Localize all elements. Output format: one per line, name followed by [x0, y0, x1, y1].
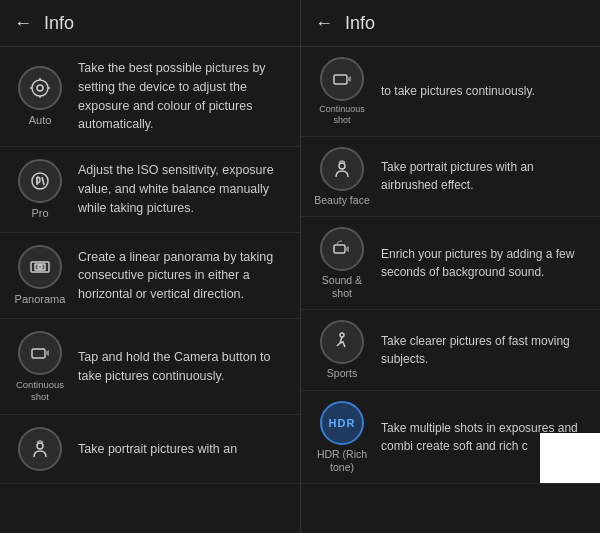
auto-icon: [18, 66, 62, 110]
list-item: Sports Take clearer pictures of fast mov…: [301, 310, 600, 391]
continuous-description: Tap and hold the Camera button to take p…: [78, 348, 286, 386]
r-sound-icon: [320, 227, 364, 271]
right-back-button[interactable]: ←: [315, 13, 333, 34]
panorama-label: Panorama: [15, 293, 66, 306]
right-items-list: Continuousshot to take pictures continuo…: [301, 47, 600, 533]
auto-icon-wrap: Auto: [14, 66, 66, 127]
svg-point-1: [37, 85, 43, 91]
hdr-text: HDR: [329, 417, 356, 429]
auto-label: Auto: [29, 114, 52, 127]
r-hdr-icon-wrap: HDR HDR (Rich tone): [313, 401, 371, 473]
pro-label: Pro: [31, 207, 48, 220]
pro-icon-wrap: Pro: [14, 159, 66, 220]
left-panel-title: Info: [44, 13, 74, 34]
pro-icon: [18, 159, 62, 203]
right-panel: ← Info Continuousshot to take pictures c…: [300, 0, 600, 533]
auto-description: Take the best possible pictures by setti…: [78, 59, 286, 134]
r-sound-description: Enrich your pictures by adding a few sec…: [381, 245, 588, 281]
r-beauty-description: Take portrait pictures with an airbrushe…: [381, 158, 588, 194]
svg-rect-12: [32, 349, 45, 358]
continuous-icon: [18, 331, 62, 375]
r-sports-description: Take clearer pictures of fast moving sub…: [381, 332, 588, 368]
panorama-icon: [18, 245, 62, 289]
svg-point-11: [38, 265, 42, 269]
list-item: Continuousshot Tap and hold the Camera b…: [0, 319, 300, 415]
r-continuous-label: Continuousshot: [319, 104, 365, 126]
list-item: Panorama Create a linear panorama by tak…: [0, 233, 300, 319]
left-panel: ← Info Auto Take the best poss: [0, 0, 300, 533]
continuous-label: Continuousshot: [16, 379, 64, 402]
list-item: Auto Take the best possible pictures by …: [0, 47, 300, 147]
r-continuous-icon-wrap: Continuousshot: [313, 57, 371, 126]
white-overlay: [540, 433, 600, 483]
beauty-description: Take portrait pictures with an: [78, 440, 286, 459]
left-items-list: Auto Take the best possible pictures by …: [0, 47, 300, 533]
r-beauty-label: Beauty face: [314, 194, 369, 207]
r-hdr-icon: HDR: [320, 401, 364, 445]
right-panel-title: Info: [345, 13, 375, 34]
svg-point-13: [37, 443, 43, 449]
left-back-button[interactable]: ←: [14, 13, 32, 34]
list-item: HDR HDR (Rich tone) Take multiple shots …: [301, 391, 600, 484]
panorama-description: Create a linear panorama by taking conse…: [78, 248, 286, 304]
list-item: Continuousshot to take pictures continuo…: [301, 47, 600, 137]
continuous-icon-wrap: Continuousshot: [14, 331, 66, 402]
r-hdr-label: HDR (Rich tone): [313, 448, 371, 473]
r-sports-label: Sports: [327, 367, 357, 380]
list-item: Sound & shot Enrich your pictures by add…: [301, 217, 600, 310]
svg-point-17: [340, 333, 344, 337]
r-continuous-description: to take pictures continuously.: [381, 82, 588, 100]
r-sports-icon-wrap: Sports: [313, 320, 371, 380]
r-sports-icon: [320, 320, 364, 364]
svg-line-8: [42, 177, 44, 185]
svg-point-15: [339, 163, 345, 169]
r-sound-label: Sound & shot: [313, 274, 371, 299]
r-beauty-icon: [320, 147, 364, 191]
right-header: ← Info: [301, 0, 600, 46]
list-item: Pro Adjust the ISO sensitivity, exposure…: [0, 147, 300, 233]
svg-rect-16: [334, 245, 345, 253]
panorama-icon-wrap: Panorama: [14, 245, 66, 306]
svg-rect-14: [334, 75, 347, 84]
beauty-icon-wrap: [14, 427, 66, 471]
r-sound-icon-wrap: Sound & shot: [313, 227, 371, 299]
pro-description: Adjust the ISO sensitivity, exposure val…: [78, 161, 286, 217]
list-item: Take portrait pictures with an: [0, 415, 300, 484]
beauty-icon: [18, 427, 62, 471]
list-item: Beauty face Take portrait pictures with …: [301, 137, 600, 218]
svg-point-0: [32, 80, 48, 96]
r-beauty-icon-wrap: Beauty face: [313, 147, 371, 207]
left-header: ← Info: [0, 0, 300, 46]
r-continuous-icon: [320, 57, 364, 101]
